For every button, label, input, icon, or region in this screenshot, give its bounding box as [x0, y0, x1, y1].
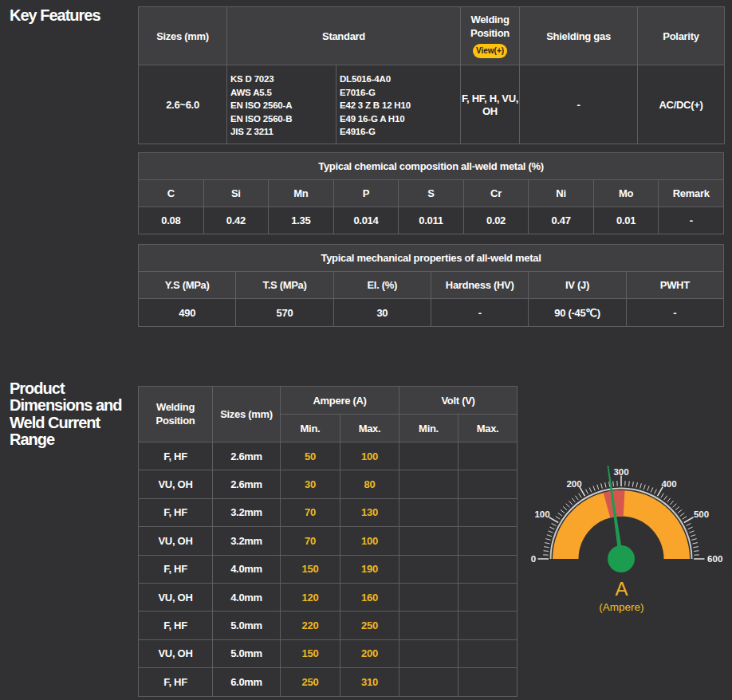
svg-text:500: 500: [694, 509, 709, 519]
svg-text:A: A: [615, 578, 628, 600]
svg-text:400: 400: [661, 479, 676, 489]
svg-text:600: 600: [707, 554, 722, 564]
svg-text:100: 100: [534, 509, 549, 519]
svg-text:(Ampere): (Ampere): [599, 601, 643, 613]
svg-text:0: 0: [531, 554, 536, 564]
svg-text:300: 300: [613, 467, 628, 477]
svg-text:200: 200: [566, 479, 581, 489]
